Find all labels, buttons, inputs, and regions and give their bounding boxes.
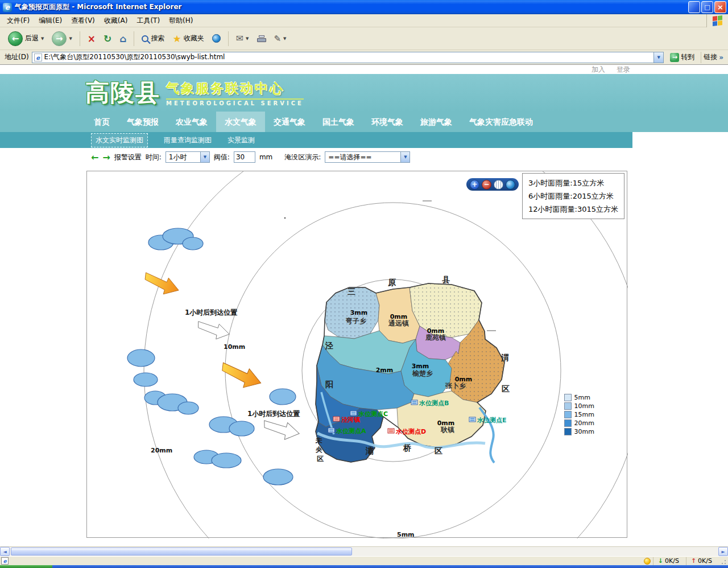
time-dropdown-icon[interactable]: ▼ bbox=[200, 152, 209, 162]
district-name: 鹿苑镇 bbox=[425, 334, 446, 341]
district-rain: 3mm bbox=[350, 309, 368, 316]
start-button-edge[interactable] bbox=[0, 565, 52, 568]
water-point-label[interactable]: 水位测点C bbox=[358, 410, 388, 418]
nav-item-land[interactable]: 国土气象 bbox=[314, 112, 363, 132]
address-bar: 地址(D) e ▼ → 转到 链接 » bbox=[0, 50, 728, 65]
subnav-live-view[interactable]: 实景监测 bbox=[228, 135, 255, 145]
forward-button[interactable]: → ▼ bbox=[48, 29, 75, 48]
scroll-right-button[interactable]: ► bbox=[718, 547, 728, 556]
favorites-button[interactable]: ★ 收藏夹 bbox=[169, 31, 207, 47]
menu-tools[interactable]: 工具(T) bbox=[132, 14, 164, 27]
scrollbar-thumb[interactable] bbox=[11, 548, 352, 555]
legend-label: 20mm bbox=[574, 419, 594, 427]
rainfall-12h: 12小时面雨量:3015立方米 bbox=[528, 203, 618, 216]
download-speed-indicator: ↓ 0K/S bbox=[653, 557, 684, 565]
back-dropdown-icon[interactable]: ▼ bbox=[41, 36, 44, 41]
mail-dropdown-icon[interactable]: ▼ bbox=[246, 36, 249, 41]
nav-item-forecast[interactable]: 气象预报 bbox=[118, 112, 167, 132]
menu-favorites[interactable]: 收藏(A) bbox=[100, 14, 133, 27]
district-name: 通远镇 bbox=[388, 319, 409, 327]
subnav-realtime-monitor[interactable]: 水文实时监测图 bbox=[91, 133, 148, 147]
water-point-D[interactable]: 水位测点D bbox=[388, 428, 426, 435]
nav-item-traffic[interactable]: 交通气象 bbox=[265, 112, 314, 132]
ie-icon: e bbox=[3, 3, 12, 12]
ring-label-5mm: 5mm bbox=[397, 531, 415, 538]
legend-swatch bbox=[564, 411, 572, 418]
home-button[interactable]: ⌂ bbox=[116, 31, 130, 47]
water-point-label[interactable]: 水位测点D bbox=[395, 428, 426, 435]
scrollbar-track[interactable] bbox=[10, 547, 718, 556]
nav-item-home[interactable]: 首页 bbox=[85, 112, 118, 132]
login-link[interactable]: 登录 bbox=[617, 65, 630, 75]
threshold-label: 阀值: bbox=[214, 153, 230, 162]
join-link[interactable]: 加入 bbox=[592, 65, 605, 75]
next-arrow-icon[interactable]: → bbox=[102, 152, 110, 163]
arrival-label-2: 1小时后到达位置 bbox=[247, 410, 300, 418]
subnav-rain-query[interactable]: 雨量查询监测图 bbox=[164, 135, 212, 145]
water-point-label[interactable]: 水位测点A bbox=[336, 427, 366, 435]
zoom-in-button[interactable]: + bbox=[470, 180, 479, 190]
neighbor-char: 阳 bbox=[325, 380, 333, 389]
horizontal-scrollbar[interactable]: ◄ ► bbox=[0, 546, 728, 556]
page-icon: e bbox=[34, 53, 42, 61]
minimize-button[interactable]: _ bbox=[688, 1, 700, 13]
address-dropdown-icon[interactable]: ▼ bbox=[653, 52, 663, 63]
address-label: 地址(D) bbox=[5, 52, 29, 62]
nav-item-environment[interactable]: 环境气象 bbox=[363, 112, 412, 132]
time-select[interactable]: 1小时 ▼ bbox=[166, 151, 210, 163]
map-canvas[interactable]: 1小时后到达位置 1小时后到达位置 bbox=[86, 171, 627, 538]
address-field[interactable]: e ▼ bbox=[32, 52, 664, 63]
resize-grip[interactable] bbox=[719, 557, 727, 565]
nav-item-emergency[interactable]: 气象灾害应急联动 bbox=[461, 112, 541, 132]
district-name: 弯子乡 bbox=[345, 317, 366, 325]
prev-arrow-icon[interactable]: ← bbox=[91, 152, 98, 163]
nav-item-agriculture[interactable]: 农业气象 bbox=[167, 112, 216, 132]
browser-window: e 气象预报页面原型 - Microsoft Internet Explorer… bbox=[0, 0, 728, 568]
flood-dropdown-icon[interactable]: ▼ bbox=[400, 152, 410, 162]
water-point-label[interactable]: 水位测点B bbox=[419, 400, 449, 407]
taskbar-edge bbox=[52, 565, 728, 568]
menu-file[interactable]: 文件(F) bbox=[2, 14, 34, 27]
flood-select[interactable]: ==请选择== ▼ bbox=[325, 151, 410, 163]
ring-label-10mm: 10mm bbox=[224, 343, 245, 351]
district-rain: 0mm bbox=[390, 313, 408, 320]
pan-hand-button[interactable] bbox=[494, 180, 503, 190]
neighbor-char: 区 bbox=[435, 446, 442, 455]
links-bar[interactable]: 链接 » bbox=[701, 52, 726, 63]
full-extent-button[interactable] bbox=[506, 180, 515, 190]
menu-view[interactable]: 查看(V) bbox=[67, 14, 100, 27]
back-button[interactable]: ← 后退 ▼ bbox=[5, 29, 47, 48]
edit-dropdown-icon[interactable]: ▼ bbox=[283, 36, 286, 41]
menu-edit[interactable]: 编辑(E) bbox=[34, 14, 67, 27]
close-icon: × bbox=[717, 3, 723, 11]
status-bar: e ↓ 0K/S ↑ 0K/S bbox=[0, 556, 728, 565]
search-button[interactable]: 搜索 bbox=[138, 31, 168, 46]
menu-help[interactable]: 帮助(H) bbox=[164, 14, 197, 27]
water-point-label[interactable]: 水位测点E bbox=[477, 417, 507, 424]
minimize-icon: _ bbox=[693, 6, 696, 13]
maximize-button[interactable]: □ bbox=[701, 1, 713, 13]
weather-plugin-icon[interactable] bbox=[644, 558, 651, 565]
alarm-controls: ← → 报警设置 时间: 1小时 ▼ 阀值: mm 淹没区演示: ==请选择==… bbox=[0, 148, 728, 166]
close-button[interactable]: × bbox=[714, 1, 726, 13]
history-button[interactable] bbox=[209, 32, 224, 45]
forward-dropdown-icon[interactable]: ▼ bbox=[69, 36, 72, 41]
nav-item-hydrology[interactable]: 水文气象 bbox=[216, 112, 265, 132]
home-icon: ⌂ bbox=[119, 33, 126, 44]
threshold-input[interactable] bbox=[234, 151, 255, 163]
stop-button[interactable]: × bbox=[84, 31, 99, 47]
hydrology-map[interactable]: 1小时后到达位置 1小时后到达位置 bbox=[87, 171, 628, 538]
edit-button[interactable]: ✎ ▼ bbox=[271, 31, 290, 46]
refresh-button[interactable]: ↻ bbox=[100, 31, 115, 47]
address-input[interactable] bbox=[44, 53, 654, 61]
scroll-left-button[interactable]: ◄ bbox=[0, 547, 10, 556]
go-button[interactable]: → 转到 bbox=[667, 51, 698, 63]
account-bar: 加入 登录 bbox=[0, 65, 728, 74]
globe-icon bbox=[212, 34, 221, 43]
print-button[interactable] bbox=[254, 33, 270, 44]
zoom-out-button[interactable]: − bbox=[482, 180, 491, 190]
legend-label: 15mm bbox=[574, 411, 594, 418]
mail-button[interactable]: ✉ ▼ bbox=[233, 31, 253, 46]
nav-item-tourism[interactable]: 旅游气象 bbox=[412, 112, 461, 132]
unit-label: mm bbox=[259, 153, 272, 161]
